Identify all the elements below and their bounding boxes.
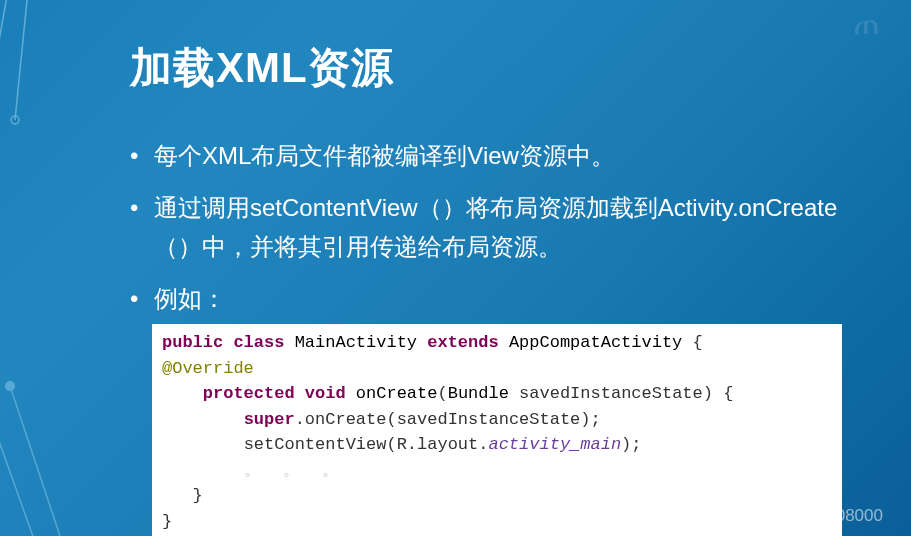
code-method: onCreate xyxy=(356,384,438,403)
bullet-item: 例如： public class MainActivity extends Ap… xyxy=(130,279,851,536)
code-brace: { xyxy=(682,333,702,352)
code-layout-ref: activity_main xyxy=(488,435,621,454)
code-call: ); xyxy=(621,435,641,454)
code-param-name: savedInstanceState xyxy=(519,384,703,403)
bullet-list: 每个XML布局文件都被编译到View资源中。 通过调用setContentVie… xyxy=(130,136,851,536)
code-class: MainActivity xyxy=(295,333,417,352)
code-keyword: public xyxy=(162,333,223,352)
code-brace: } xyxy=(162,512,172,531)
code-brace: } xyxy=(193,486,203,505)
code-call: .onCreate(savedInstanceState); xyxy=(295,410,601,429)
code-keyword: class xyxy=(233,333,284,352)
bullet-text: 例如： xyxy=(154,285,226,312)
code-keyword: super xyxy=(244,410,295,429)
code-call: setContentView(R.layout. xyxy=(244,435,489,454)
code-param-type: Bundle xyxy=(448,384,509,403)
code-class: AppCompatActivity xyxy=(509,333,682,352)
code-brace: { xyxy=(713,384,733,403)
code-keyword: protected xyxy=(203,384,295,403)
slide-title: 加载XML资源 xyxy=(130,40,851,96)
bullet-item: 每个XML布局文件都被编译到View资源中。 xyxy=(130,136,851,176)
code-keyword: void xyxy=(305,384,346,403)
code-keyword: extends xyxy=(427,333,498,352)
bullet-item: 通过调用setContentView（）将布局资源加载到Activity.onC… xyxy=(130,188,851,267)
code-annotation: @Override xyxy=(162,359,254,378)
watermark: https://blog.csdn.net/qq_33608000 xyxy=(622,506,883,526)
slide-body: 加载XML资源 每个XML布局文件都被编译到View资源中。 通过调用setCo… xyxy=(0,0,911,536)
code-block: public class MainActivity extends AppCom… xyxy=(152,324,842,536)
code-ellipsis: 。 。 。 xyxy=(244,461,345,480)
